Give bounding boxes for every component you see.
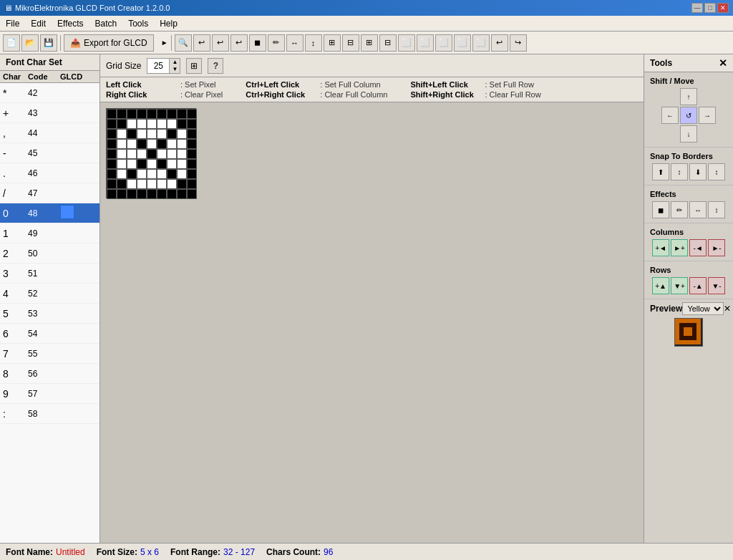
snap-hcenter-button[interactable]: ↕: [671, 163, 688, 180]
pixel-cell[interactable]: [137, 159, 147, 169]
col-remove-right-button[interactable]: ►-: [708, 239, 725, 256]
pixel-cell[interactable]: [167, 189, 177, 199]
menu-edit[interactable]: Edit: [25, 16, 52, 31]
toolbar-open[interactable]: 📂: [21, 34, 39, 52]
toolbar-btn-18[interactable]: ↩: [491, 34, 508, 52]
toolbar-btn-6[interactable]: ✏: [268, 34, 285, 52]
pixel-cell[interactable]: [187, 139, 197, 149]
pixel-cell[interactable]: [137, 119, 147, 129]
pixel-cell[interactable]: [187, 119, 197, 129]
menu-batch[interactable]: Batch: [89, 16, 123, 31]
pixel-cell[interactable]: [127, 149, 137, 159]
pixel-cell[interactable]: [157, 109, 167, 119]
snap-top-button[interactable]: ⬆: [652, 163, 669, 180]
char-row[interactable]: 755: [0, 344, 99, 364]
toolbar-save[interactable]: 💾: [40, 34, 57, 52]
pixel-cell[interactable]: [147, 139, 157, 149]
grid-toggle-button[interactable]: ⊞: [186, 58, 202, 74]
toolbar-btn-13[interactable]: ⬜: [398, 34, 415, 52]
pixel-cell[interactable]: [127, 119, 137, 129]
pixel-cell[interactable]: [187, 169, 197, 179]
menu-effects[interactable]: Effects: [52, 16, 89, 31]
toolbar-new[interactable]: 📄: [3, 34, 20, 52]
preview-color-select[interactable]: YellowGreenBlueRed: [682, 302, 724, 315]
toolbar-btn-9[interactable]: ⊞: [324, 34, 341, 52]
effect-mirror-v-button[interactable]: ↕: [708, 201, 725, 218]
pixel-cell[interactable]: [187, 129, 197, 139]
pixel-cell[interactable]: [157, 179, 167, 189]
char-row[interactable]: 957: [0, 384, 99, 404]
char-row[interactable]: 048: [0, 203, 99, 223]
pixel-cell[interactable]: [137, 109, 147, 119]
char-row[interactable]: 553: [0, 304, 99, 324]
toolbar-btn-1[interactable]: 🔍: [175, 34, 192, 52]
pixel-cell[interactable]: [167, 149, 177, 159]
pixel-cell[interactable]: [147, 169, 157, 179]
pixel-cell[interactable]: [167, 159, 177, 169]
pixel-cell[interactable]: [127, 109, 137, 119]
pixel-cell[interactable]: [177, 159, 187, 169]
toolbar-btn-19[interactable]: ↪: [510, 34, 527, 52]
pixel-cell[interactable]: [157, 119, 167, 129]
pixel-cell[interactable]: [187, 149, 197, 159]
toolbar-btn-11[interactable]: ⊞: [361, 34, 378, 52]
toolbar-btn-5[interactable]: ◼: [249, 34, 266, 52]
toolbar-btn-15[interactable]: ⬜: [435, 34, 452, 52]
pixel-cell[interactable]: [127, 179, 137, 189]
pixel-cell[interactable]: [137, 189, 147, 199]
char-row[interactable]: 654: [0, 324, 99, 344]
pixel-cell[interactable]: [157, 129, 167, 139]
spin-up-button[interactable]: ▲: [170, 59, 180, 66]
toolbar-btn-16[interactable]: ⬜: [454, 34, 471, 52]
help-button[interactable]: ?: [208, 58, 223, 74]
export-button[interactable]: 📤 Export for GLCD: [64, 34, 154, 52]
pixel-cell[interactable]: [157, 159, 167, 169]
pixel-cell[interactable]: [187, 189, 197, 199]
spin-down-button[interactable]: ▼: [170, 66, 180, 73]
pixel-cell[interactable]: [167, 169, 177, 179]
pixel-cell[interactable]: [137, 139, 147, 149]
row-remove-bottom-button[interactable]: ▼-: [708, 277, 725, 294]
minimize-button[interactable]: —: [691, 3, 703, 13]
pixel-cell[interactable]: [107, 119, 117, 129]
pixel-cell[interactable]: [117, 129, 127, 139]
shift-down-button[interactable]: ↓: [680, 125, 697, 143]
pixel-cell[interactable]: [167, 109, 177, 119]
menu-help[interactable]: Help: [154, 16, 183, 31]
grid-size-input[interactable]: [147, 59, 169, 73]
pixel-cell[interactable]: [147, 159, 157, 169]
pixel-cell[interactable]: [107, 139, 117, 149]
pixel-cell[interactable]: [157, 189, 167, 199]
pixel-cell[interactable]: [107, 189, 117, 199]
pixel-cell[interactable]: [167, 129, 177, 139]
toolbar-btn-7[interactable]: ↔: [286, 34, 304, 52]
pixel-cell[interactable]: [117, 139, 127, 149]
snap-vcenter-button[interactable]: ↕: [708, 163, 725, 180]
shift-center-button[interactable]: ↺: [680, 107, 697, 124]
toolbar-btn-12[interactable]: ⊟: [379, 34, 397, 52]
char-row[interactable]: 250: [0, 243, 99, 264]
row-add-top-button[interactable]: +▲: [652, 277, 669, 294]
pixel-cell[interactable]: [137, 169, 147, 179]
pixel-cell[interactable]: [147, 119, 157, 129]
export-dropdown-arrow[interactable]: ►: [161, 39, 168, 47]
pixel-cell[interactable]: [107, 169, 117, 179]
pixel-cell[interactable]: [147, 149, 157, 159]
char-row[interactable]: 149: [0, 223, 99, 243]
pixel-cell[interactable]: [117, 189, 127, 199]
maximize-button[interactable]: □: [704, 3, 716, 13]
pixel-cell[interactable]: [137, 149, 147, 159]
pixel-cell[interactable]: [117, 109, 127, 119]
toolbar-btn-4[interactable]: ↩: [230, 34, 248, 52]
pixel-cell[interactable]: [147, 179, 157, 189]
char-row[interactable]: *42: [0, 83, 99, 103]
pixel-cell[interactable]: [157, 149, 167, 159]
shift-right-button[interactable]: →: [699, 107, 716, 124]
char-row[interactable]: 351: [0, 264, 99, 284]
pixel-cell[interactable]: [187, 179, 197, 189]
pixel-cell[interactable]: [127, 169, 137, 179]
pixel-cell[interactable]: [127, 139, 137, 149]
pixel-grid[interactable]: [106, 108, 196, 198]
col-add-right-button[interactable]: ►+: [671, 239, 688, 256]
effect-invert-button[interactable]: ◼: [652, 201, 669, 218]
